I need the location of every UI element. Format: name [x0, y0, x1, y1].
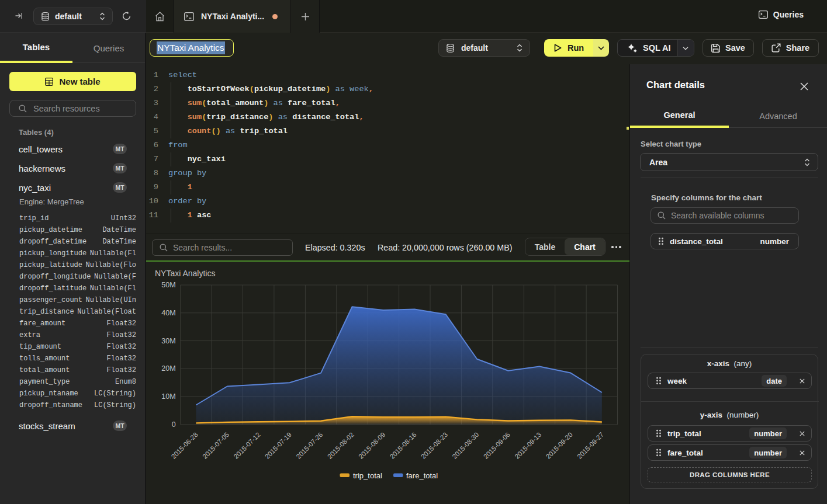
- svg-text:trip_total: trip_total: [353, 471, 382, 480]
- svg-text:2015-08-16: 2015-08-16: [389, 431, 418, 460]
- svg-text:2015-09-27: 2015-09-27: [576, 431, 605, 460]
- svg-text:2015-07-12: 2015-07-12: [233, 431, 262, 460]
- svg-text:20M: 20M: [161, 364, 175, 373]
- svg-text:2015-08-30: 2015-08-30: [451, 431, 480, 460]
- svg-text:50M: 50M: [161, 281, 175, 289]
- svg-text:2015-09-20: 2015-09-20: [545, 431, 574, 460]
- svg-text:2015-08-02: 2015-08-02: [326, 431, 355, 460]
- svg-text:2015-07-05: 2015-07-05: [201, 431, 230, 460]
- svg-text:2015-08-23: 2015-08-23: [420, 431, 449, 460]
- svg-text:2015-09-06: 2015-09-06: [482, 431, 511, 460]
- svg-text:fare_total: fare_total: [406, 471, 438, 480]
- svg-text:10M: 10M: [161, 392, 175, 401]
- svg-text:40M: 40M: [161, 309, 175, 317]
- svg-text:2015-06-28: 2015-06-28: [170, 431, 199, 460]
- svg-text:0: 0: [172, 420, 176, 429]
- svg-text:2015-08-09: 2015-08-09: [357, 431, 386, 460]
- svg-text:2015-07-19: 2015-07-19: [264, 431, 293, 460]
- svg-text:2015-09-13: 2015-09-13: [513, 431, 542, 460]
- svg-text:2015-07-26: 2015-07-26: [295, 431, 324, 460]
- svg-text:NYTaxi Analytics: NYTaxi Analytics: [155, 269, 215, 278]
- svg-text:30M: 30M: [161, 337, 175, 345]
